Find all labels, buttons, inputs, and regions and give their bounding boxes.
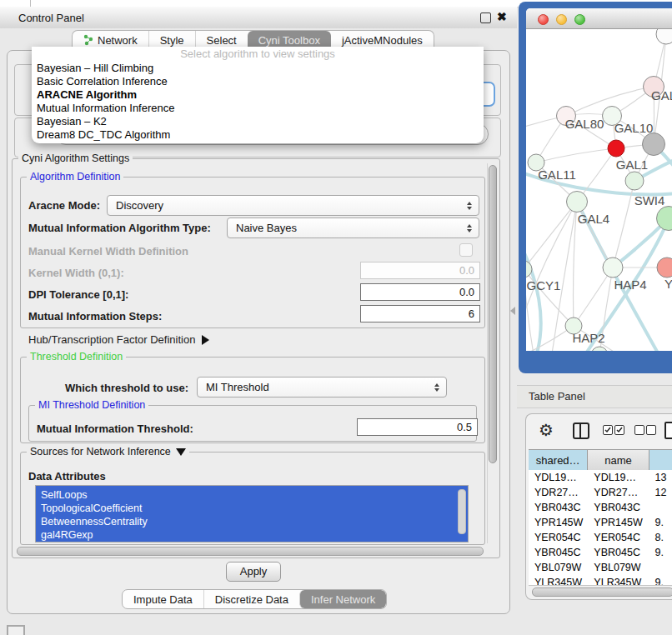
collapse-down-icon — [176, 448, 186, 456]
splitter-collapse-icon[interactable] — [510, 307, 515, 315]
gear-icon[interactable]: ⚙ — [539, 420, 554, 440]
network-node-GCY1[interactable] — [526, 261, 532, 278]
table-row[interactable]: YDL19…YDL19…13 — [529, 470, 672, 485]
settings-horizontal-scrollbar-thumb[interactable] — [17, 547, 484, 556]
network-window: GAL7GAL80GAL10GAL1GAL11SWI4GAL4GCY1HAP4Y… — [519, 2, 672, 373]
hub-definition-toggle[interactable]: Hub/Transcription Factor Definition — [28, 333, 209, 346]
bottom-tab-infer-network[interactable]: Infer Network — [299, 590, 386, 608]
table-cell: YPR145W — [588, 515, 649, 530]
network-edge[interactable] — [574, 268, 613, 326]
table-cell: YDL19… — [529, 470, 588, 485]
unchecked-checkbox-icon[interactable] — [646, 425, 656, 435]
table-row[interactable]: YDR27…YDR27…12 — [529, 485, 672, 500]
combo-stepper-icon — [467, 224, 472, 232]
aracne-mode-value: Discovery — [116, 199, 163, 212]
which-threshold-label: Which threshold to use: — [65, 382, 188, 394]
table-cell: 8. — [649, 530, 672, 545]
bottom-tab-impute-data[interactable]: Impute Data — [123, 590, 203, 608]
data-attributes-list[interactable]: SelfLoopsTopologicalCoefficientBetweenne… — [35, 485, 469, 542]
close-window-button[interactable] — [538, 14, 549, 25]
attribute-item[interactable]: gal4RGexp — [36, 528, 468, 542]
float-panel-icon[interactable] — [480, 12, 491, 23]
aracne-mode-label: Aracne Mode: — [28, 199, 100, 212]
network-node-SWI4[interactable] — [625, 172, 644, 190]
mi-algorithm-type-combo[interactable]: Naive Bayes — [227, 218, 479, 238]
dropdown-item[interactable]: Mutual Information Inference — [32, 102, 484, 115]
network-node-node-bottom[interactable] — [591, 347, 608, 351]
manual-kernel-width-checkbox[interactable] — [459, 243, 473, 257]
control-panel-titlebar: Control Panel ✖ — [0, 7, 517, 29]
tab-label: Network — [98, 34, 138, 47]
apply-button[interactable]: Apply — [226, 562, 281, 582]
bottom-tab-discretize-data[interactable]: Discretize Data — [203, 590, 299, 608]
attribute-item[interactable]: SelfLoops — [36, 488, 468, 502]
network-node-node-top[interactable] — [656, 29, 672, 44]
mi-algorithm-type-value: Naive Bayes — [236, 222, 297, 234]
network-node-label: SWI4 — [634, 193, 665, 208]
dropdown-item[interactable]: Basic Correlation Inference — [32, 75, 484, 88]
tab-label: Style — [160, 34, 184, 47]
table-row[interactable]: YPR145WYPR145W9. — [529, 515, 672, 530]
settings-vertical-scrollbar-thumb[interactable] — [489, 165, 497, 463]
network-window-inner: GAL7GAL80GAL10GAL1GAL11SWI4GAL4GCY1HAP4Y… — [526, 8, 672, 351]
algorithm-dropdown-popup: Select algorithm to view settings Bayesi… — [32, 47, 484, 143]
network-node-label: GCY1 — [527, 278, 561, 292]
kernel-width-field[interactable]: 0.0 — [360, 262, 480, 279]
attribute-item[interactable]: TopologicalCoefficient — [36, 502, 468, 515]
mi-steps-field[interactable]: 6 — [360, 305, 480, 322]
attribute-item[interactable]: BetweennessCentrality — [36, 515, 468, 528]
network-node-salmon-node[interactable] — [657, 258, 672, 278]
network-node-GAL1[interactable] — [608, 140, 624, 157]
split-columns-icon[interactable] — [573, 422, 589, 439]
combo-stepper-icon — [434, 383, 439, 392]
document-icon[interactable] — [664, 422, 672, 439]
unchecked-checkbox-icon[interactable] — [634, 425, 644, 435]
network-node-GAL4[interactable] — [567, 192, 588, 212]
toolbar-divider — [30, 0, 31, 7]
network-edge[interactable] — [526, 202, 577, 269]
screen: Control Panel ✖ NetworkStyleSelectCyni T… — [0, 0, 672, 635]
table-cell: YDR27… — [588, 485, 649, 500]
network-node-label: Y — [664, 277, 672, 291]
table-row[interactable]: YBR043CYBR043C — [529, 500, 672, 515]
network-window-titlebar — [526, 8, 672, 29]
table-row[interactable]: YBL079WYBL079W — [529, 560, 672, 575]
mi-threshold-field[interactable]: 0.5 — [357, 418, 478, 436]
network-node-HAP4[interactable] — [603, 258, 623, 278]
table-cell: YER054C — [588, 530, 649, 545]
tab-label: Select — [207, 34, 237, 47]
settings-group-title: Cyni Algorithm Settings — [18, 152, 133, 164]
zoom-window-button[interactable] — [574, 14, 585, 25]
dpi-tolerance-field[interactable]: 0.0 — [360, 283, 480, 301]
dropdown-item[interactable]: ARACNE Algorithm — [32, 88, 484, 102]
settings-horizontal-scrollbar[interactable] — [17, 547, 484, 556]
checked-checkbox-icon[interactable] — [603, 425, 613, 435]
table-cell: YBR043C — [529, 500, 588, 515]
table-row[interactable]: YER054CYER054C8. — [529, 530, 672, 545]
table-cell: YDR27… — [529, 485, 588, 500]
aracne-mode-combo[interactable]: Discovery — [107, 195, 479, 216]
column-header-shared…[interactable]: shared… — [529, 450, 588, 470]
which-threshold-combo[interactable]: MI Threshold — [197, 377, 447, 398]
table-horizontal-scrollbar[interactable] — [529, 585, 672, 598]
dropdown-item[interactable]: Dream8 DC_TDC Algorithm — [32, 128, 484, 142]
network-edge[interactable] — [536, 148, 616, 162]
dropdown-item[interactable]: Bayesian – K2 — [32, 115, 484, 128]
bottom-left-icon[interactable] — [7, 625, 25, 635]
network-canvas[interactable]: GAL7GAL80GAL10GAL1GAL11SWI4GAL4GCY1HAP4Y… — [526, 29, 672, 351]
column-header-extra[interactable] — [649, 450, 672, 470]
minimize-window-button[interactable] — [556, 14, 567, 25]
network-node-label: GAL1 — [616, 158, 648, 172]
hub-definition-label: Hub/Transcription Factor Definition — [28, 333, 195, 346]
settings-vertical-scrollbar[interactable] — [487, 163, 499, 543]
attributes-scrollbar[interactable] — [458, 489, 466, 534]
column-header-name[interactable]: name — [588, 450, 649, 470]
dropdown-item[interactable]: Bayesian – Hill Climbing — [32, 62, 484, 75]
table-horizontal-scrollbar-thumb[interactable] — [532, 588, 672, 597]
close-panel-icon[interactable]: ✖ — [497, 10, 507, 23]
table-row[interactable]: YBR045CYBR045C9. — [529, 545, 672, 560]
sources-group-title[interactable]: Sources for Network Inference — [27, 446, 189, 458]
network-node-gray-node[interactable] — [643, 133, 665, 156]
checked-checkbox-icon[interactable] — [614, 425, 624, 435]
table-cell: YBR043C — [588, 500, 649, 515]
